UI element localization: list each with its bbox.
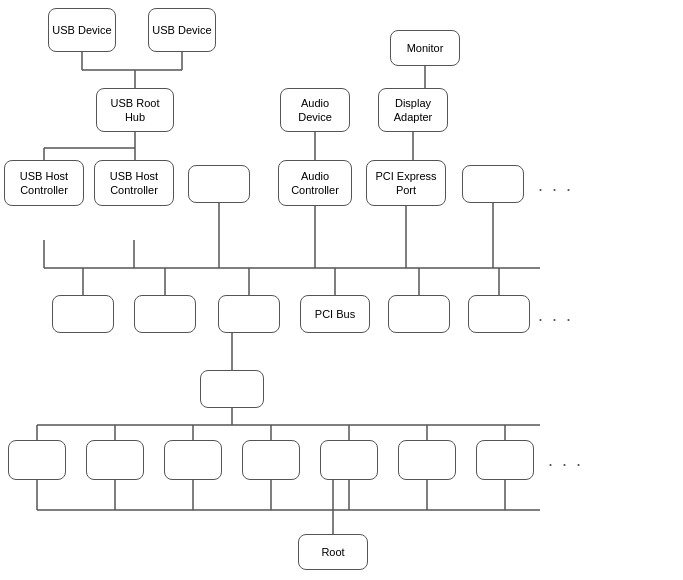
dots-row2: . . . xyxy=(538,175,573,196)
blank-168-2 xyxy=(462,165,524,203)
blank-450-2 xyxy=(86,440,144,480)
blank-450-7 xyxy=(476,440,534,480)
audio-controller: Audio Controller xyxy=(278,160,352,206)
monitor: Monitor xyxy=(390,30,460,66)
blank-450-3 xyxy=(164,440,222,480)
usb-device-1: USB Device xyxy=(48,8,116,52)
blank-380 xyxy=(200,370,264,408)
blank-450-6 xyxy=(398,440,456,480)
blank-300-2 xyxy=(134,295,196,333)
display-adapter: Display Adapter xyxy=(378,88,448,132)
root: Root xyxy=(298,534,368,570)
audio-device: Audio Device xyxy=(280,88,350,132)
diagram: USB DeviceUSB DeviceMonitorUSB Root HubA… xyxy=(0,0,683,580)
usb-device-2: USB Device xyxy=(148,8,216,52)
dots-row5: . . . xyxy=(548,450,583,471)
blank-450-1 xyxy=(8,440,66,480)
connection-lines xyxy=(0,0,683,580)
pci-bus: PCI Bus xyxy=(300,295,370,333)
blank-450-4 xyxy=(242,440,300,480)
pci-express-port: PCI Express Port xyxy=(366,160,446,206)
blank-300-4 xyxy=(388,295,450,333)
usb-host-ctrl-1: USB Host Controller xyxy=(4,160,84,206)
blank-450-5 xyxy=(320,440,378,480)
blank-300-1 xyxy=(52,295,114,333)
blank-168-1 xyxy=(188,165,250,203)
dots-row3: . . . xyxy=(538,305,573,326)
usb-root-hub: USB Root Hub xyxy=(96,88,174,132)
usb-host-ctrl-2: USB Host Controller xyxy=(94,160,174,206)
blank-300-5 xyxy=(468,295,530,333)
blank-300-3 xyxy=(218,295,280,333)
